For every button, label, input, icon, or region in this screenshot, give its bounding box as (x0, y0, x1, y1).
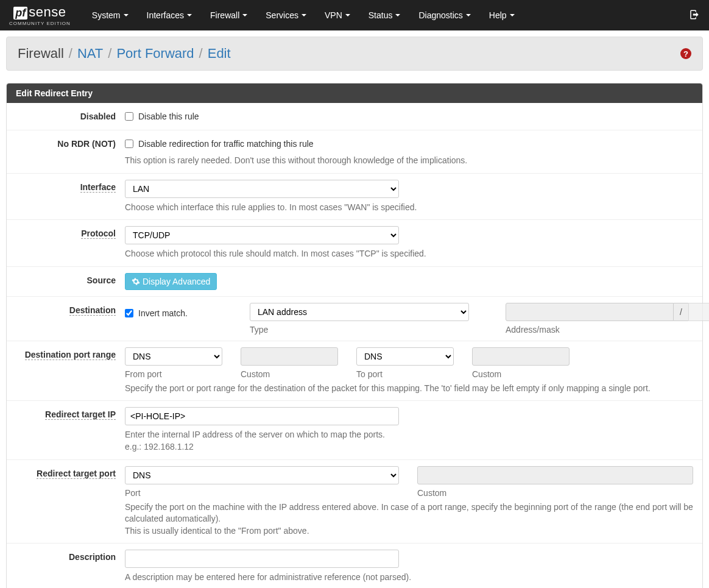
panel-title: Edit Redirect Entry (7, 83, 702, 103)
sublabel-address-mask: Address/mask (506, 325, 709, 335)
row-redirect-port: Redirect target port DNS Port Custom Spe… (7, 459, 702, 544)
row-source: Source Display Advanced (7, 266, 702, 296)
nav-help[interactable]: Help (480, 1, 524, 30)
row-description: Description A description may be entered… (7, 543, 702, 588)
breadcrumb: Firewall / NAT / Port Forward / Edit (18, 46, 231, 62)
row-dest-port-range: Destination port range DNS From port Cus… (7, 341, 702, 401)
nav-status[interactable]: Status (359, 1, 410, 30)
breadcrumb-nat[interactable]: NAT (77, 46, 103, 62)
row-interface: Interface LAN Choose which interface thi… (7, 173, 702, 220)
label-description: Description (69, 552, 116, 562)
select-to-port[interactable]: DNS (356, 347, 454, 366)
breadcrumb-panel: Firewall / NAT / Port Forward / Edit ? (6, 37, 703, 71)
nav-vpn[interactable]: VPN (316, 1, 359, 30)
row-disabled: Disabled Disable this rule (7, 103, 702, 130)
chevron-down-icon (124, 14, 129, 16)
brand-sense: sense (29, 4, 66, 20)
label-interface: Interface (80, 182, 116, 193)
nav-diagnostics[interactable]: Diagnostics (409, 1, 479, 30)
edit-redirect-panel: Edit Redirect Entry Disabled Disable thi… (6, 83, 703, 588)
breadcrumb-edit[interactable]: Edit (208, 46, 231, 62)
chevron-down-icon (345, 14, 350, 16)
select-protocol[interactable]: TCP/UDP (125, 226, 399, 244)
label-disabled: Disabled (80, 112, 116, 121)
help-protocol: Choose which protocol this rule should m… (125, 248, 693, 260)
checkbox-invert-wrap[interactable]: Invert match. (125, 306, 231, 321)
input-description[interactable] (125, 550, 399, 568)
row-redirect-ip: Redirect target IP Enter the internal IP… (7, 400, 702, 459)
label-redirect-port: Redirect target port (37, 469, 116, 479)
row-protocol: Protocol TCP/UDP Choose which protocol t… (7, 219, 702, 266)
nav-firewall[interactable]: Firewall (201, 1, 256, 30)
breadcrumb-firewall: Firewall (18, 46, 64, 62)
nav-services[interactable]: Services (256, 1, 316, 30)
breadcrumb-port-forward[interactable]: Port Forward (116, 46, 194, 62)
help-interface: Choose which interface this rule applies… (125, 202, 693, 214)
nav-interfaces[interactable]: Interfaces (138, 1, 201, 30)
row-nordr: No RDR (NOT) Disable redirection for tra… (7, 130, 702, 173)
chevron-down-icon (395, 14, 400, 16)
chevron-down-icon (302, 14, 306, 16)
select-interface[interactable]: LAN (125, 180, 399, 198)
gear-icon (132, 277, 140, 286)
sublabel-port: Port (125, 488, 399, 498)
display-advanced-button[interactable]: Display Advanced (125, 273, 217, 290)
select-destination-type[interactable]: LAN address (250, 303, 469, 321)
chevron-down-icon (510, 14, 515, 16)
checkbox-disabled-wrap[interactable]: Disable this rule (125, 109, 693, 124)
select-from-port[interactable]: DNS (125, 347, 222, 366)
label-destination: Destination (69, 305, 116, 316)
nav-items: System Interfaces Firewall Services VPN … (83, 1, 689, 30)
brand-pf: pf (13, 7, 27, 19)
input-from-port-custom (241, 347, 338, 366)
input-to-port-custom (472, 347, 570, 366)
checkbox-nordr-wrap[interactable]: Disable redirection for traffic matching… (125, 136, 693, 151)
chevron-down-icon (466, 14, 471, 16)
label-redirect-ip: Redirect target IP (45, 409, 116, 420)
label-dest-port-range: Destination port range (25, 350, 116, 360)
checkbox-disabled[interactable] (125, 112, 133, 121)
sublabel-custom-to: Custom (472, 369, 570, 379)
checkbox-invert-match[interactable] (125, 309, 133, 317)
help-nordr: This option is rarely needed. Don't use … (125, 155, 693, 167)
logout-icon[interactable] (689, 9, 700, 22)
help-description: A description may be entered here for ad… (125, 572, 693, 584)
input-redirect-port-custom (417, 466, 693, 484)
chevron-down-icon (187, 14, 192, 16)
help-redirect-ip: Enter the internal IP address of the ser… (125, 429, 693, 453)
sublabel-from-port: From port (125, 369, 222, 379)
nav-system[interactable]: System (83, 1, 138, 30)
select-redirect-target-port[interactable]: DNS (125, 466, 399, 484)
label-source: Source (87, 275, 116, 285)
label-protocol: Protocol (81, 228, 116, 239)
checkbox-nordr[interactable] (125, 140, 133, 148)
help-dest-port: Specify the port or port range for the d… (125, 383, 693, 395)
input-redirect-target-ip[interactable] (125, 407, 399, 425)
navbar: pf sense COMMUNITY EDITION System Interf… (0, 0, 709, 30)
mask-separator: / (674, 303, 688, 321)
row-destination: Destination Invert match. LAN address Ty… (7, 296, 702, 341)
sublabel-custom-redir: Custom (417, 488, 693, 498)
sublabel-custom-from: Custom (241, 369, 338, 379)
label-nordr: No RDR (NOT) (57, 139, 116, 149)
help-icon[interactable]: ? (680, 48, 691, 59)
chevron-down-icon (242, 14, 247, 16)
brand-logo[interactable]: pf sense COMMUNITY EDITION (9, 4, 71, 26)
input-destination-address (506, 303, 674, 321)
brand-subtitle: COMMUNITY EDITION (9, 21, 71, 26)
select-destination-mask (688, 303, 709, 321)
sublabel-to-port: To port (356, 369, 454, 379)
help-redirect-port: Specify the port on the machine with the… (125, 501, 693, 537)
sublabel-type: Type (250, 325, 469, 335)
